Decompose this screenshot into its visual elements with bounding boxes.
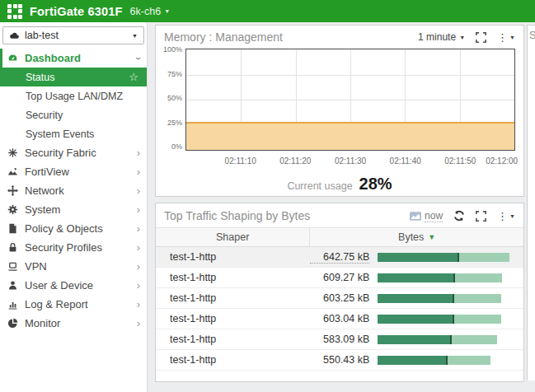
sub-item-label: Status (26, 72, 54, 83)
sidebar-item-label: VPN (25, 260, 131, 273)
partial-widget-edge: S (527, 25, 535, 380)
memory-usage-area (186, 122, 514, 150)
bytes-bar (378, 335, 497, 344)
chevron-right-icon: › (137, 184, 140, 197)
x-tick: 02:11:10 (225, 156, 256, 166)
table-row[interactable]: test-1-http 583.09 kB (156, 329, 523, 350)
sidebar-item-label: Policy & Objects (25, 222, 131, 235)
traffic-widget-title: Top Traffic Shaping by Bytes (164, 209, 410, 222)
kebab-icon: ⋮ (497, 210, 508, 222)
chevron-expanded-icon: › (133, 57, 144, 60)
expand-icon[interactable] (476, 32, 486, 43)
column-header-shaper[interactable]: Shaper (156, 228, 310, 246)
bytes-cell: 642.75 kB (310, 251, 369, 264)
refresh-icon[interactable] (453, 210, 465, 222)
dashboard-content: Memory : Management 1 minute ▼ ⋮ ▼ (148, 22, 535, 392)
sidebar-item-system[interactable]: System › (0, 200, 147, 219)
sidebar-item-fortiview[interactable]: FortiView › (0, 162, 147, 181)
sidebar-item-label: System (25, 203, 131, 216)
sidebar: lab-test ▼ Dashboard › Status ☆ Top Usag… (0, 22, 148, 392)
vdom-label: lab-test (25, 30, 59, 41)
chevron-down-icon: ▼ (509, 35, 515, 40)
table-row[interactable]: test-1-http 550.43 kB (156, 350, 523, 371)
bar-chart-icon (7, 299, 19, 310)
sidebar-item-dashboard[interactable]: Dashboard › (0, 49, 147, 68)
sidebar-item-status[interactable]: Status ☆ (0, 68, 147, 86)
gear-icon (7, 204, 19, 215)
mini-chart-icon (410, 212, 421, 221)
cloud-icon (9, 30, 20, 41)
chevron-right-icon: › (137, 147, 140, 159)
hostname-label: 6k-ch6 (130, 6, 162, 17)
sidebar-item-policy-objects[interactable]: Policy & Objects › (0, 219, 147, 238)
hostname-dropdown[interactable]: 6k-ch6 ▼ (130, 6, 170, 17)
table-row[interactable]: test-1-http 603.25 kB (156, 288, 523, 309)
widget-menu-button[interactable]: ⋮ ▼ (497, 31, 515, 44)
bytes-cell: 550.43 kB (310, 354, 369, 366)
sidebar-item-log-report[interactable]: Log & Report › (0, 295, 147, 314)
shaper-cell: test-1-http (156, 334, 310, 345)
chevron-right-icon: › (137, 279, 140, 292)
shaper-cell: test-1-http (156, 354, 310, 366)
product-name: FortiGate 6301F (30, 5, 123, 18)
bytes-bar (378, 273, 502, 282)
table-row[interactable]: test-1-http 609.27 kB (156, 268, 523, 288)
kebab-icon: ⋮ (497, 31, 508, 44)
sidebar-item-security-fabric[interactable]: Security Fabric › (0, 143, 147, 162)
chevron-right-icon: › (137, 203, 140, 216)
fortinet-logo-icon (7, 4, 22, 19)
time-display-toggle[interactable]: now (410, 210, 443, 222)
sidebar-item-vpn[interactable]: VPN › (0, 257, 147, 276)
sidebar-item-label: Security Profiles (25, 241, 131, 254)
sidebar-item-label: Dashboard (25, 52, 131, 64)
sidebar-item-network[interactable]: Network › (0, 181, 147, 200)
bytes-cell: 609.27 kB (310, 272, 369, 283)
top-bar: FortiGate 6301F 6k-ch6 ▼ (0, 0, 535, 22)
table-row[interactable]: test-1-http 642.75 kB (156, 247, 523, 268)
chevron-right-icon: › (137, 260, 140, 273)
chevron-right-icon: › (137, 298, 140, 310)
sidebar-item-monitor[interactable]: Monitor › (0, 314, 147, 333)
star-icon[interactable]: ☆ (129, 71, 138, 83)
shaper-cell: test-1-http (156, 251, 310, 263)
bytes-bar (378, 294, 501, 303)
widget-menu-button[interactable]: ⋮ ▼ (497, 210, 515, 222)
chevron-down-icon: ▼ (509, 213, 515, 219)
bytes-bar (378, 253, 509, 262)
partial-widget-title: S (529, 29, 535, 41)
sidebar-item-system-events[interactable]: System Events (0, 124, 147, 143)
sidebar-item-security[interactable]: Security (0, 105, 147, 124)
sidebar-item-top-usage[interactable]: Top Usage LAN/DMZ (0, 86, 147, 105)
sub-item-label: Security (26, 110, 63, 121)
sidebar-item-label: Monitor (25, 317, 131, 329)
x-tick: 02:11:30 (335, 156, 366, 166)
plot-area (185, 49, 515, 151)
sidebar-item-user-device[interactable]: User & Device › (0, 276, 147, 295)
shaper-cell: test-1-http (156, 292, 310, 304)
y-tick: 25% (167, 119, 182, 127)
column-header-bytes[interactable]: Bytes ▼ (310, 228, 523, 246)
vdom-selector[interactable]: lab-test ▼ (2, 26, 144, 44)
column-label: Shaper (216, 231, 249, 243)
memory-widget: Memory : Management 1 minute ▼ ⋮ ▼ (155, 25, 524, 197)
chevron-right-icon: › (137, 222, 140, 235)
bytes-cell: 603.25 kB (310, 292, 369, 304)
sidebar-item-security-profiles[interactable]: Security Profiles › (0, 238, 147, 257)
expand-icon[interactable] (476, 211, 486, 222)
column-label: Bytes (398, 231, 424, 243)
shaper-cell: test-1-http (156, 313, 310, 324)
memory-widget-title: Memory : Management (164, 30, 418, 44)
chevron-right-icon: › (137, 317, 140, 329)
memory-chart: 100% 75% 50% 25% 0% (156, 47, 523, 154)
y-tick: 50% (167, 94, 182, 102)
y-tick: 0% (171, 142, 182, 151)
table-row[interactable]: test-1-http 603.04 kB (156, 309, 523, 329)
traffic-shaping-widget: Top Traffic Shaping by Bytes now ⋮ ▼ (155, 203, 524, 382)
bytes-bar (378, 315, 501, 324)
pie-chart-icon (7, 318, 19, 329)
now-label: now (425, 210, 443, 222)
sidebar-item-label: FortiView (25, 166, 131, 178)
document-icon (7, 223, 19, 234)
x-tick: 02:11:40 (390, 156, 421, 166)
interval-dropdown[interactable]: 1 minute ▼ (418, 31, 465, 43)
